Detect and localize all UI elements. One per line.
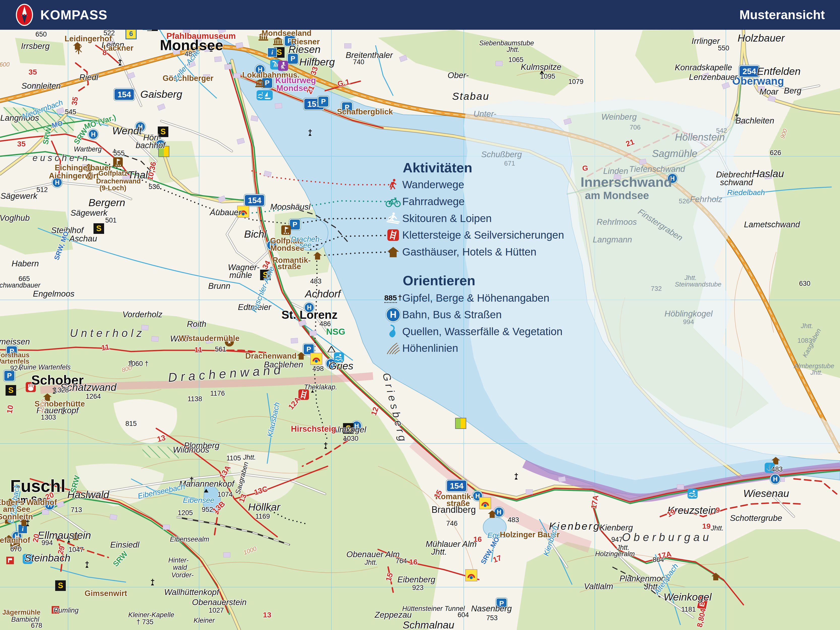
- page-title: Musteransicht: [739, 8, 825, 22]
- kompass-logo-icon: [15, 3, 34, 27]
- brand-text: KOMPASS: [40, 7, 107, 22]
- brand: KOMPASS: [15, 3, 107, 27]
- header-bar: KOMPASS Musteransicht: [0, 0, 840, 30]
- map-canvas: [0, 0, 840, 630]
- screenshot-root: 1511541541542546E4PPPPPPPPPPHHHHHHHHHHHH…: [0, 0, 840, 630]
- lake-egelsee: [483, 517, 506, 537]
